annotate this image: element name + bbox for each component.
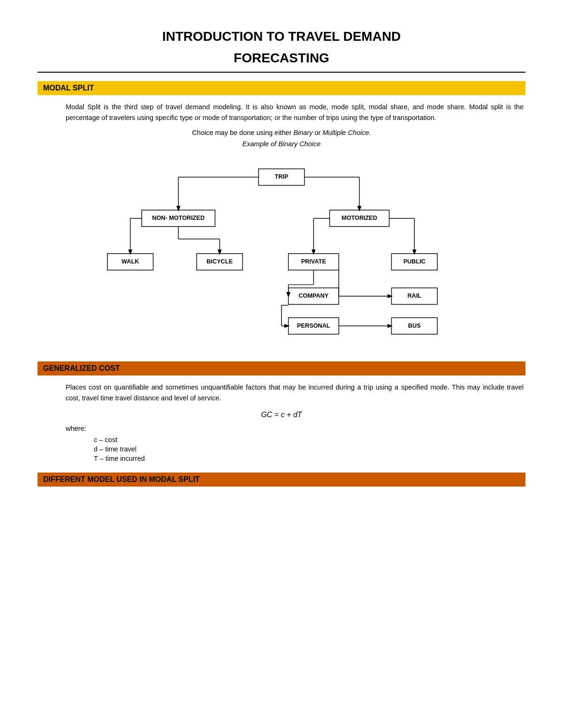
variable-t: T – time incurred — [38, 455, 525, 462]
svg-text:MOTORIZED: MOTORIZED — [342, 215, 377, 221]
tree-svg: TRIP NON- MOTORIZED MOTORIZED WALK BICYC… — [89, 154, 474, 351]
svg-text:PUBLIC: PUBLIC — [403, 258, 426, 265]
generalized-cost-body: Places cost on quantifiable and sometime… — [38, 382, 525, 404]
svg-text:BUS: BUS — [408, 323, 421, 329]
svg-text:BICYCLE: BICYCLE — [206, 258, 233, 265]
page-title: INTRODUCTION TO TRAVEL DEMAND FORECASTIN… — [38, 28, 525, 67]
svg-text:PRIVATE: PRIVATE — [301, 258, 326, 265]
svg-text:NON- MOTORIZED: NON- MOTORIZED — [152, 215, 205, 221]
svg-text:PERSONAL: PERSONAL — [297, 323, 330, 329]
svg-text:WALK: WALK — [122, 258, 139, 265]
svg-text:TRIP: TRIP — [275, 173, 289, 180]
example-label: Example of Binary Choice — [38, 140, 525, 148]
generalized-cost-section: GENERALIZED COST Places cost on quantifi… — [38, 361, 525, 462]
where-label: where: — [38, 425, 525, 432]
tree-diagram: TRIP NON- MOTORIZED MOTORIZED WALK BICYC… — [38, 154, 525, 351]
variable-c: c – cost — [38, 436, 525, 443]
title-divider — [38, 72, 525, 73]
svg-text:COMPANY: COMPANY — [298, 293, 328, 299]
choice-line: Choice may be done using either Binary o… — [38, 129, 525, 136]
modal-split-header: MODAL SPLIT — [38, 81, 525, 95]
modal-split-body: Modal Split is the third step of travel … — [38, 102, 525, 123]
modal-split-section: MODAL SPLIT Modal Split is the third ste… — [38, 81, 525, 351]
formula: GC = c + dT — [38, 411, 525, 419]
different-model-section: DIFFERENT MODEL USED IN MODAL SPLIT — [38, 473, 525, 487]
generalized-cost-header: GENERALIZED COST — [38, 361, 525, 375]
svg-text:RAIL: RAIL — [407, 293, 421, 299]
variable-d: d – time travel — [38, 445, 525, 453]
different-model-header: DIFFERENT MODEL USED IN MODAL SPLIT — [38, 473, 525, 487]
